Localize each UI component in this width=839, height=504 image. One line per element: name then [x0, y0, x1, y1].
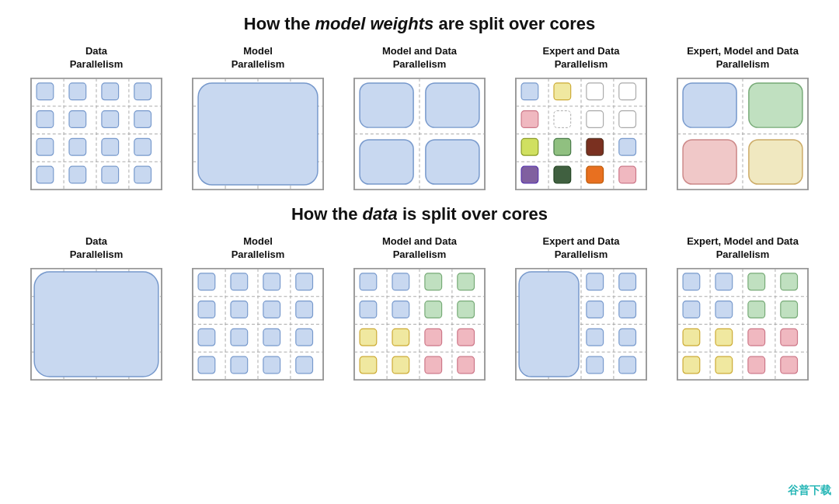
section2-diagrams-row: DataParallelism ModelParallelism: [16, 235, 823, 381]
svg-rect-157: [683, 356, 700, 374]
svg-data-parallelism-weights: [30, 78, 162, 190]
svg-rect-54: [554, 138, 571, 155]
section2-title: How the data is split over cores: [16, 204, 823, 224]
svg-rect-133: [619, 301, 636, 318]
svg-rect-112: [425, 301, 442, 318]
svg-rect-98: [296, 356, 313, 374]
svg-rect-46: [554, 83, 571, 100]
svg-rect-49: [521, 110, 538, 127]
svg-rect-65: [749, 83, 802, 127]
svg-model-parallelism-weights: [192, 78, 324, 190]
svg-rect-21: [102, 166, 119, 183]
svg-rect-75: [34, 272, 158, 377]
svg-rect-34: [360, 83, 413, 127]
svg-model-data-parallelism-data: [353, 268, 486, 381]
svg-rect-114: [360, 328, 377, 346]
svg-rect-18: [134, 138, 151, 155]
svg-rect-154: [715, 328, 733, 346]
svg-rect-145: [683, 273, 700, 290]
svg-rect-9: [102, 83, 119, 100]
svg-rect-14: [134, 110, 151, 127]
svg-rect-16: [69, 138, 86, 155]
watermark: 谷普下载: [788, 484, 831, 498]
svg-rect-118: [360, 356, 377, 374]
diagram-expert-data-parallelism-weights: Expert and DataParallelism: [507, 45, 655, 190]
svg-rect-56: [619, 138, 636, 155]
diagram-model-parallelism-data: ModelParallelism: [184, 235, 332, 381]
svg-rect-66: [683, 140, 736, 184]
diagram-expert-model-data-parallelism-weights: Expert, Model and DataParallelism: [669, 45, 816, 190]
svg-rect-37: [426, 140, 479, 184]
svg-model-parallelism-data: [192, 268, 324, 381]
svg-rect-90: [296, 301, 313, 318]
svg-rect-97: [263, 356, 280, 374]
svg-rect-84: [231, 273, 248, 290]
svg-rect-67: [749, 140, 802, 184]
svg-rect-59: [587, 166, 604, 183]
label-model-data-parallelism-weights: Model and DataParallelism: [382, 45, 457, 71]
svg-expert-model-data-parallelism-weights: [677, 78, 809, 190]
svg-rect-129: [519, 272, 579, 377]
svg-rect-60: [619, 166, 636, 183]
svg-rect-91: [198, 328, 215, 346]
svg-rect-121: [458, 356, 475, 374]
diagram-model-data-parallelism-data: Model and DataParallelism: [346, 235, 493, 381]
label-data-parallelism-data: DataParallelism: [70, 235, 124, 262]
label-model-parallelism-weights: ModelParallelism: [232, 45, 285, 71]
svg-rect-13: [102, 110, 119, 127]
svg-rect-113: [458, 301, 475, 318]
svg-rect-48: [619, 83, 636, 100]
svg-rect-58: [554, 166, 571, 183]
svg-rect-45: [521, 83, 538, 100]
label-expert-data-parallelism-weights: Expert and DataParallelism: [543, 45, 620, 71]
svg-rect-88: [231, 301, 248, 318]
svg-rect-135: [619, 328, 636, 346]
svg-rect-134: [587, 328, 604, 346]
svg-rect-35: [426, 83, 479, 127]
svg-rect-94: [296, 328, 313, 346]
svg-rect-8: [69, 83, 86, 100]
svg-rect-150: [715, 301, 733, 318]
svg-rect-47: [587, 83, 604, 100]
label-model-parallelism-data: ModelParallelism: [232, 235, 285, 262]
svg-rect-131: [619, 273, 636, 290]
label-expert-model-data-parallelism-weights: Expert, Model and DataParallelism: [687, 45, 799, 71]
svg-rect-19: [37, 166, 54, 183]
svg-rect-155: [748, 328, 765, 346]
svg-rect-147: [748, 273, 765, 290]
svg-model-data-parallelism-weights: [353, 78, 486, 190]
svg-rect-20: [69, 166, 86, 183]
svg-rect-85: [263, 273, 280, 290]
svg-rect-119: [392, 356, 409, 374]
diagram-expert-data-parallelism-data: Expert and DataParallelism: [507, 235, 655, 381]
label-model-data-parallelism-data: Model and DataParallelism: [382, 235, 457, 262]
svg-rect-89: [263, 301, 280, 318]
label-expert-data-parallelism-data: Expert and DataParallelism: [543, 235, 620, 262]
svg-rect-51: [587, 110, 604, 127]
svg-rect-136: [587, 356, 604, 374]
svg-rect-87: [198, 301, 215, 318]
svg-rect-96: [231, 356, 248, 374]
label-data-parallelism-weights: DataParallelism: [70, 45, 124, 71]
svg-rect-36: [360, 140, 413, 184]
svg-rect-50: [554, 110, 571, 127]
svg-rect-53: [521, 138, 538, 155]
svg-rect-17: [102, 138, 119, 155]
svg-rect-159: [748, 356, 765, 374]
diagram-model-parallelism-weights: ModelParallelism: [184, 45, 332, 190]
svg-rect-148: [781, 273, 798, 290]
svg-rect-110: [360, 301, 377, 318]
svg-data-parallelism-data: [30, 268, 162, 381]
diagram-data-parallelism-weights: DataParallelism: [23, 45, 170, 190]
svg-rect-106: [360, 273, 377, 290]
svg-rect-83: [198, 273, 215, 290]
label-expert-model-data-parallelism-data: Expert, Model and DataParallelism: [687, 235, 799, 262]
svg-rect-93: [263, 328, 280, 346]
svg-expert-data-parallelism-weights: [515, 78, 647, 190]
svg-rect-158: [715, 356, 733, 374]
svg-rect-57: [521, 166, 538, 183]
svg-rect-146: [715, 273, 733, 290]
svg-rect-52: [619, 110, 636, 127]
svg-rect-115: [392, 328, 409, 346]
diagram-data-parallelism-data: DataParallelism: [23, 235, 170, 381]
